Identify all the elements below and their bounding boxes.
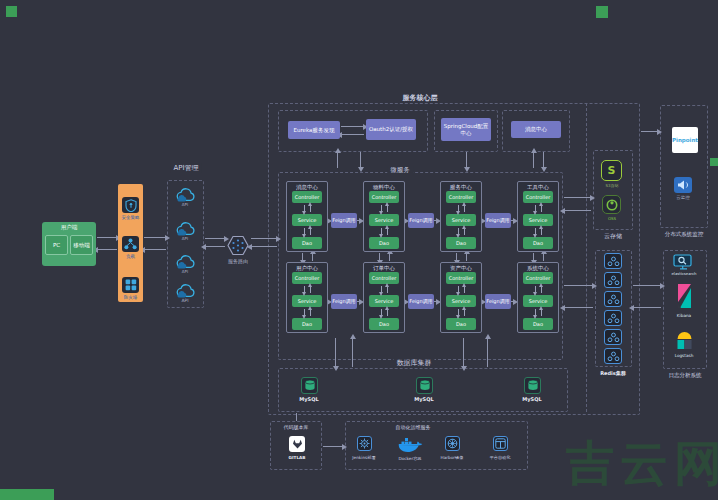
gitlab-label: GITLAB xyxy=(289,455,306,460)
layer-arrows xyxy=(381,284,388,295)
springcloud-config-box: SpringCloud配置中心 xyxy=(441,118,491,141)
microservice-column: 资产中心 Controller Service Dao xyxy=(440,262,482,333)
arrow-down-icon xyxy=(458,286,459,293)
jenkins-label: Jenkins部署 xyxy=(352,455,375,460)
docker-label: Docker容器 xyxy=(398,456,421,461)
redis-tile xyxy=(604,272,622,288)
layer-arrows xyxy=(304,284,311,295)
api-mgmt-title: API管理 xyxy=(170,163,201,173)
layer-arrows xyxy=(458,203,465,214)
connector-arrow xyxy=(251,246,277,247)
redis-icon xyxy=(607,313,620,324)
feign-box: Feign调用 xyxy=(331,294,357,309)
arrow-down-icon xyxy=(535,309,536,316)
arrow-up-icon xyxy=(387,228,388,235)
core-layer-title: 服务核心层 xyxy=(400,93,441,103)
shield-icon xyxy=(125,199,137,212)
connector-arrow xyxy=(323,446,343,447)
client-pc: PC xyxy=(45,235,68,255)
layer-arrows xyxy=(381,226,388,237)
connector-arrow xyxy=(533,253,534,261)
redis-tile xyxy=(604,348,622,364)
monitor-box xyxy=(660,105,708,228)
connector-arrow xyxy=(312,253,313,261)
dashboard-icon xyxy=(495,438,506,449)
api-cloud-label: API xyxy=(182,269,188,274)
redis-icon xyxy=(607,294,620,305)
arrow-down-icon xyxy=(381,309,382,316)
storage-title: 云存储 xyxy=(601,232,625,241)
dao-box: Dao xyxy=(523,318,553,330)
connector-arrow xyxy=(144,249,166,250)
arrow-up-icon xyxy=(387,205,388,212)
s3-label: S3存储 xyxy=(605,183,618,188)
kibana-icon xyxy=(677,283,692,314)
arrow-down-icon xyxy=(381,228,382,235)
db-cluster-title: 数据库集群 xyxy=(394,358,435,368)
gitlab-tile xyxy=(289,436,305,452)
microservice-title: 订单中心 xyxy=(373,265,395,272)
mysql-icon xyxy=(304,379,316,392)
redis-tile xyxy=(604,329,622,345)
connector-arrow xyxy=(533,152,534,168)
connector-arrow xyxy=(564,307,593,308)
feign-box: Feign调用 xyxy=(408,213,434,228)
arrow-up-icon xyxy=(310,309,311,316)
arrow-up-icon xyxy=(387,286,388,293)
arrow-down-icon xyxy=(304,228,305,235)
feign-box: Feign调用 xyxy=(485,213,511,228)
dao-box: Dao xyxy=(446,318,476,330)
microservice-title: 用户中心 xyxy=(296,265,318,272)
arrow-up-icon xyxy=(310,286,311,293)
microservice-title: 消息中心 xyxy=(296,184,318,191)
microservice-column: 用户中心 Controller Service Dao xyxy=(286,262,328,333)
arrow-up-icon xyxy=(541,205,542,212)
oss-label: OSS xyxy=(608,216,616,221)
microservice-column: 系统中心 Controller Service Dao xyxy=(517,262,559,333)
layer-arrows xyxy=(304,226,311,237)
s3-tile: S xyxy=(601,160,622,181)
arrow-down-icon xyxy=(458,205,459,212)
elasticsearch-label: elasticsearch xyxy=(672,271,697,276)
arrow-down-icon xyxy=(458,228,459,235)
megaphone-icon xyxy=(677,180,689,190)
connector-arrow xyxy=(466,152,467,168)
arrow-down-icon xyxy=(535,286,536,293)
arrow-up-icon xyxy=(387,309,388,316)
arrow-up-icon xyxy=(464,228,465,235)
dao-box: Dao xyxy=(369,237,399,249)
connector-arrow xyxy=(302,253,303,261)
dao-box: Dao xyxy=(369,318,399,330)
arrow-down-icon xyxy=(535,228,536,235)
mysql-icon xyxy=(419,379,431,392)
layer-arrows xyxy=(304,203,311,214)
redis-icon xyxy=(607,256,620,267)
feign-box: Feign调用 xyxy=(485,294,511,309)
cloud-monitor-label: 云监控 xyxy=(676,195,690,200)
logstash-label: Logstash xyxy=(675,353,694,358)
layer-arrows xyxy=(535,203,542,214)
firewall-label: 防火墙 xyxy=(118,295,143,300)
connector-arrow xyxy=(564,285,593,286)
connector-arrow xyxy=(251,238,277,239)
api-cloud-label: API xyxy=(182,202,188,207)
microservice-title: 物料中心 xyxy=(373,184,395,191)
harbor-label: Harbor镜像 xyxy=(441,455,464,460)
arrow-down-icon xyxy=(304,205,305,212)
grid-icon xyxy=(125,279,137,291)
connector-arrow xyxy=(633,307,661,308)
connector-arrow xyxy=(360,152,361,168)
firewall-tile xyxy=(122,277,139,293)
service-router-icon xyxy=(226,235,250,260)
microservice-column: 服务中心 Controller Service Dao xyxy=(440,181,482,252)
redis-tile xyxy=(604,253,622,269)
load-label: 负载 xyxy=(118,254,143,259)
architecture-diagram: 吉云网 用户端 PC 移动端 安全策略 负载 防火墙 xyxy=(0,0,718,500)
docker-icon xyxy=(398,437,423,458)
layer-arrows xyxy=(304,307,311,318)
connector-line xyxy=(296,413,297,421)
dao-box: Dao xyxy=(523,237,553,249)
layer-arrows xyxy=(458,284,465,295)
microservice-column: 订单中心 Controller Service Dao xyxy=(363,262,405,333)
connector-arrow xyxy=(205,246,225,247)
